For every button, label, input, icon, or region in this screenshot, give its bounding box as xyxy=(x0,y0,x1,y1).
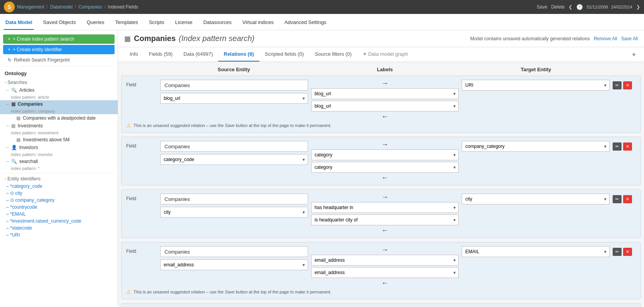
edit-button-3[interactable]: ✏ xyxy=(613,195,622,203)
entity-id-countrycode[interactable]: – *countrycode xyxy=(0,204,118,211)
sidebar-item-searchall[interactable]: – 🔍 searchall xyxy=(0,158,118,165)
nav-advanced-settings[interactable]: Advanced Settings xyxy=(283,15,328,30)
top-bar-left: S Management / Datamodel / Companies / I… xyxy=(4,2,138,12)
sidebar-item-investors[interactable]: – 👤 Investors xyxy=(0,144,118,151)
label-forward-wrapper-1[interactable]: blog_url ▼ xyxy=(311,88,459,99)
source-field-wrapper-2[interactable]: category_code ▼ xyxy=(160,154,308,165)
entity-id-category-code[interactable]: – *category_code xyxy=(0,183,118,190)
sidebar-item-investments-5m[interactable]: ▦ Investments above 5M xyxy=(0,136,118,144)
target-entity-select-1[interactable]: URI xyxy=(462,80,610,91)
nav-queries[interactable]: Queries xyxy=(85,15,106,30)
label-forward-select-4[interactable]: email_address xyxy=(311,255,459,266)
nav-datasources[interactable]: Datasources xyxy=(202,15,233,30)
logo: S xyxy=(4,2,15,12)
target-entity-wrapper-4[interactable]: EMAIL ▼ xyxy=(462,246,610,257)
nav-back-icon[interactable]: ❮ xyxy=(569,4,572,10)
label-forward-select-2[interactable]: category xyxy=(311,149,459,160)
nav-saved-objects[interactable]: Saved Objects xyxy=(41,15,77,30)
table-icon-2: ▦ xyxy=(16,115,21,121)
entity-id-email[interactable]: – *EMAIL xyxy=(0,211,118,218)
target-entity-select-2[interactable]: company_category xyxy=(462,141,610,152)
source-field-wrapper-4[interactable]: email_address ▼ xyxy=(160,259,308,270)
target-entity-wrapper-3[interactable]: city ▼ xyxy=(462,194,610,204)
source-field-wrapper-3[interactable]: city ▼ xyxy=(160,207,308,218)
delete-button[interactable]: Delete xyxy=(551,4,565,10)
star-icon[interactable]: ★ xyxy=(630,48,638,61)
label-backward-select-3[interactable]: is headquarter city of xyxy=(311,214,459,225)
target-entity-select-3[interactable]: city xyxy=(462,194,610,204)
entity-id-investment[interactable]: – *investment.raised_currency_code xyxy=(0,218,118,225)
target-entity-wrapper-2[interactable]: company_category ▼ xyxy=(462,141,610,152)
delete-button-2[interactable]: ✕ xyxy=(623,142,632,151)
label-forward-select-3[interactable]: has headquarter in xyxy=(311,202,459,213)
source-field-select-4[interactable]: email_address xyxy=(160,259,308,270)
delete-button-3[interactable]: ✕ xyxy=(623,195,632,203)
label-backward-select-1[interactable]: blog_url xyxy=(311,101,459,111)
save-all-button[interactable]: Save All xyxy=(621,36,638,41)
tab-relations[interactable]: Relations (8) xyxy=(218,47,259,62)
nav-templates[interactable]: Templates xyxy=(113,15,139,30)
tab-fields[interactable]: Fields (59) xyxy=(144,47,178,62)
save-button[interactable]: Save xyxy=(537,4,547,10)
searches-group[interactable]: - Searches xyxy=(0,79,118,86)
breadcrumb-companies[interactable]: Companies xyxy=(79,4,102,10)
tab-info[interactable]: Info xyxy=(124,47,144,62)
edit-button-4[interactable]: ✏ xyxy=(613,248,622,256)
create-entity-identifier-button[interactable]: + + Create entity identifier xyxy=(3,45,115,54)
source-field-select-2[interactable]: category_code xyxy=(160,154,308,165)
source-entity-4: Companies xyxy=(160,246,308,257)
edit-button-2[interactable]: ✏ xyxy=(613,142,622,151)
label-forward-wrapper-2[interactable]: category ▼ xyxy=(311,149,459,160)
sidebar-item-companies[interactable]: – ▦ Companies xyxy=(0,100,118,108)
tab-data-model-graph[interactable]: ✦ Data model graph xyxy=(357,47,414,62)
target-entity-select-4[interactable]: EMAIL xyxy=(462,246,610,257)
label-forward-select-1[interactable]: blog_url xyxy=(311,88,459,99)
sidebar-item-companies-deadpool[interactable]: ▦ Companies with a deadpooled date xyxy=(0,114,118,122)
labels-col-3: → has headquarter in ▼ is headquarter ci… xyxy=(311,194,459,234)
label-backward-select-4[interactable]: email_address xyxy=(311,267,459,278)
source-field-select-3[interactable]: city xyxy=(160,207,308,218)
label-backward-wrapper-4[interactable]: email_address ▼ xyxy=(311,267,459,278)
breadcrumb-datamodel[interactable]: Datamodel xyxy=(50,4,72,10)
label-backward-wrapper-3[interactable]: is headquarter city of ▼ xyxy=(311,214,459,225)
entity-id-uri[interactable]: – *URI xyxy=(0,232,118,238)
nav-license[interactable]: License xyxy=(173,15,194,30)
entity-id-city[interactable]: – ⊙ city xyxy=(0,190,118,197)
nav-scripts[interactable]: Scripts xyxy=(147,15,166,30)
source-field-select-1[interactable]: blog_url xyxy=(160,93,308,104)
breadcrumb-management[interactable]: Management xyxy=(17,4,44,10)
edit-button-1[interactable]: ✏ xyxy=(613,81,622,89)
nav-data-model[interactable]: Data Model xyxy=(4,15,34,30)
entity-identifiers-group[interactable]: - Entity Identifiers xyxy=(0,175,118,183)
nav-virtual-indices[interactable]: Virtual indices xyxy=(241,15,275,30)
sidebar-item-investments[interactable]: – ▦ Investments xyxy=(0,122,118,130)
source-entity-1: Companies xyxy=(160,80,308,91)
person-icon: 👤 xyxy=(11,145,17,150)
label-forward-wrapper-3[interactable]: has headquarter in ▼ xyxy=(311,202,459,213)
label-forward-wrapper-4[interactable]: email_address ▼ xyxy=(311,255,459,266)
sidebar: + + Create index pattern search + + Crea… xyxy=(0,30,118,307)
entity-id-statecode[interactable]: – *statecode xyxy=(0,225,118,232)
refresh-fingerprint-button[interactable]: ↻ Refresh Search Fingerprint xyxy=(3,55,74,65)
delete-button-4[interactable]: ✕ xyxy=(623,248,632,256)
tab-scripted-fields[interactable]: Scripted fields (0) xyxy=(259,47,309,62)
plus-icon-2: + xyxy=(8,47,10,52)
tab-source-filters[interactable]: Source filters (0) xyxy=(309,47,357,62)
col-header-actions xyxy=(613,67,636,72)
col-header-source: Source Entity xyxy=(160,67,308,72)
create-index-pattern-button[interactable]: + + Create index pattern search xyxy=(3,34,115,44)
tab-data[interactable]: Data (64997) xyxy=(178,47,218,62)
nav-forward-icon[interactable]: ❯ xyxy=(636,4,640,10)
target-entity-wrapper-1[interactable]: URI ▼ xyxy=(462,80,610,91)
label-backward-select-2[interactable]: category xyxy=(311,162,459,173)
sidebar-item-articles[interactable]: – 🔍 Articles xyxy=(0,86,118,94)
warning-text-4: This is an unsaved suggested relation – … xyxy=(134,290,331,294)
entity-id-company-category[interactable]: – ⊙ company_category xyxy=(0,197,118,204)
delete-button-1[interactable]: ✕ xyxy=(623,81,632,89)
label-backward-wrapper-2[interactable]: category ▼ xyxy=(311,162,459,173)
main-layout: + + Create index pattern search + + Crea… xyxy=(0,30,644,307)
label-backward-wrapper-1[interactable]: blog_url ▼ xyxy=(311,101,459,111)
source-field-wrapper-1[interactable]: blog_url ▼ xyxy=(160,93,308,104)
source-col-4: Companies email_address ▼ xyxy=(160,246,308,270)
remove-all-button[interactable]: Remove All xyxy=(594,36,617,41)
